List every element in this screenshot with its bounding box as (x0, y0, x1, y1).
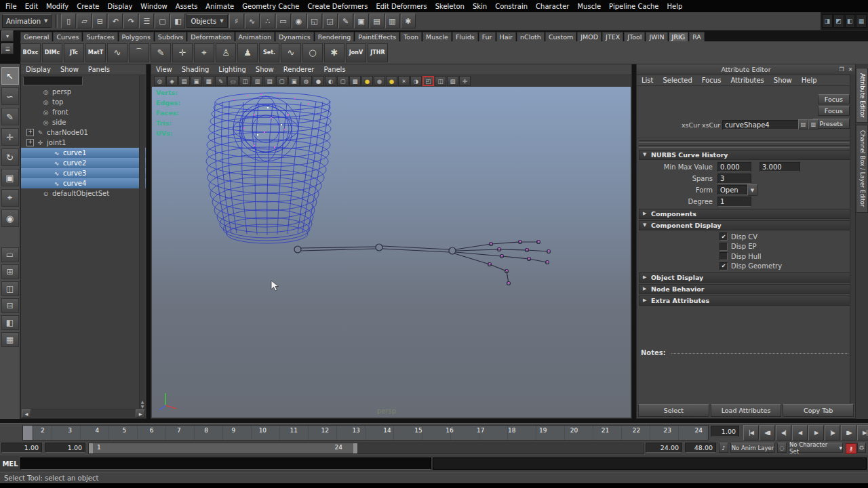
copy-tab-button[interactable]: Copy Tab (783, 404, 854, 417)
snap-to-point-icon[interactable]: ∴ (260, 14, 275, 28)
step-back-frame-button[interactable]: ◀▮ (760, 425, 775, 441)
go-to-start-button[interactable]: |◀ (743, 425, 759, 441)
shelf-tab[interactable]: Subdivs (155, 32, 186, 41)
layout-single-pane-icon[interactable]: ▭ (1, 247, 19, 262)
shelf-tab[interactable]: Fluids (452, 32, 478, 41)
restore-panel-icon[interactable]: ❐ (837, 65, 846, 73)
play-backwards-button[interactable]: ◀ (792, 425, 808, 441)
current-time-field[interactable]: 1.00 (711, 426, 739, 437)
form-dropdown[interactable]: Open (717, 185, 747, 195)
outliner-item[interactable]: + ✎ charNode01 (21, 127, 146, 138)
toggle-tool-settings-icon[interactable]: ◩ (833, 14, 844, 28)
attribute-editor-menu-item[interactable]: Focus (697, 77, 726, 84)
safe-action-icon[interactable]: ▢ (276, 76, 288, 86)
outliner-item[interactable]: + ⊙ defaultObjectSet (21, 188, 146, 199)
select-camera-icon[interactable]: ◎ (154, 76, 165, 86)
grease-pencil-icon[interactable]: ✎ (215, 76, 226, 86)
bounding-box-icon[interactable]: ▢ (337, 76, 349, 86)
shadows-icon[interactable]: ◑ (410, 76, 422, 86)
menu-item[interactable]: Modify (42, 1, 73, 12)
redo-icon[interactable]: ↷ (123, 14, 138, 28)
layout-four-pane-icon[interactable]: ⊞ (1, 264, 19, 279)
section-node-behavior[interactable]: Node Behavior (639, 284, 853, 294)
output-of-selected-icon[interactable]: ◲ (323, 14, 338, 28)
character-set-dropdown[interactable]: No Character Set▼ (789, 443, 843, 453)
lasso-tool-icon[interactable]: ∽ (1, 87, 19, 105)
shelf-matt-button[interactable]: MatT (85, 43, 106, 62)
expand-plus-icon[interactable]: + (26, 129, 34, 136)
menu-item[interactable]: Skin (469, 1, 491, 12)
animation-preferences-icon[interactable]: ⛭ (857, 443, 866, 453)
shelf-tab[interactable]: Fur (479, 32, 496, 41)
outliner-item[interactable]: + ◎ top (21, 97, 146, 107)
checkbox[interactable] (719, 262, 728, 270)
shelf-jtc-button[interactable]: JTc (64, 43, 84, 62)
shelf-cv-curve-icon[interactable]: ∿ (107, 43, 127, 62)
menu-item[interactable]: Create Deformers (303, 1, 372, 12)
render-current-frame-icon[interactable]: ▤ (370, 14, 384, 28)
select-by-object-type-icon[interactable]: ▢ (155, 14, 170, 28)
shelf-tab[interactable]: General (20, 32, 52, 41)
menu-item[interactable]: Muscle (573, 1, 605, 12)
shelf-jthr-button[interactable]: JTHR (368, 43, 388, 62)
toggle-channel-box-icon[interactable]: ◧ (845, 14, 856, 28)
section-component-display[interactable]: Component Display (639, 220, 853, 230)
shelf-curve-icon[interactable]: ∿ (281, 43, 301, 62)
current-frame-marker[interactable] (23, 426, 33, 440)
xray-icon[interactable]: ◫ (435, 76, 446, 86)
new-scene-icon[interactable]: ▯ (61, 14, 76, 28)
shelf-tab[interactable]: JMOD (577, 32, 601, 41)
snap-to-grid-icon[interactable]: ♯ (229, 14, 244, 28)
menu-item[interactable]: Create (73, 1, 103, 12)
outliner-menu-item[interactable]: Panels (83, 66, 115, 73)
close-panel-icon[interactable]: ✕ (846, 65, 854, 73)
shelf-dimc-button[interactable]: DIMc (42, 43, 62, 62)
image-plane-icon[interactable]: ▦ (203, 76, 214, 86)
outliner-item[interactable]: + ◎ front (21, 107, 146, 117)
checkbox[interactable] (719, 252, 728, 260)
shelf-tab[interactable]: Animation (235, 32, 275, 41)
shelf-joint-tool-icon[interactable]: ✛ (172, 43, 193, 62)
shelf-tab[interactable]: JTEX (602, 32, 623, 41)
paint-select-tool-icon[interactable]: ✎ (1, 108, 19, 125)
menu-item[interactable]: Skeleton (431, 1, 469, 12)
outliner-menu-item[interactable]: Display (21, 66, 56, 73)
min-value-field[interactable]: 0.000 (717, 162, 751, 172)
shelf-jonv-button[interactable]: JonV (346, 43, 366, 62)
smooth-shade-icon[interactable]: ● (313, 76, 324, 86)
go-to-end-button[interactable]: ▶| (857, 425, 868, 441)
field-chart-icon[interactable]: ▤ (264, 76, 275, 86)
select-button[interactable]: Select (638, 404, 709, 417)
command-line-input[interactable] (20, 458, 431, 470)
outliner-item[interactable]: + ✛ joint1 (21, 138, 146, 148)
outliner-item[interactable]: + ∿ curve4 (21, 178, 146, 188)
attribute-editor-scrollbar[interactable] (850, 75, 855, 403)
input-to-selected-icon[interactable]: ◱ (307, 14, 322, 28)
checkbox[interactable] (719, 232, 728, 241)
shelf-tab[interactable]: PaintEffects (355, 32, 399, 41)
menu-item[interactable]: Edit (21, 1, 42, 12)
disp-ep-checkbox[interactable]: Disp EP (637, 242, 855, 252)
shelf-tab[interactable]: JWIN (646, 32, 667, 41)
toggle-panel-layouts-icon[interactable]: ▦ (856, 14, 867, 28)
menu-item[interactable]: Assets (172, 1, 202, 12)
textured-ball-icon[interactable]: ● (386, 76, 397, 86)
menu-item[interactable]: Window (136, 1, 171, 12)
viewport-menu-item[interactable]: Panels (319, 66, 350, 73)
shelf-circle-icon[interactable]: ○ (302, 43, 323, 62)
selection-mask-selector[interactable]: Objects ▼ (186, 14, 227, 28)
shelf-ik-handle-icon[interactable]: ⌖ (194, 43, 214, 62)
command-line-mode-label[interactable]: MEL (0, 460, 20, 468)
scroll-right-icon[interactable]: ▶ (136, 409, 145, 418)
lock-camera-icon[interactable]: ◈ (166, 76, 178, 86)
default-material-icon[interactable]: ● (361, 76, 373, 86)
shelf-tab[interactable]: Dynamics (275, 32, 314, 41)
form-dropdown-arrow-icon[interactable]: ▼ (747, 184, 757, 196)
shelf-tab[interactable]: Muscle (422, 32, 452, 41)
attribute-editor-menu-item[interactable]: List (637, 77, 658, 84)
backface-culling-icon[interactable]: ▧ (447, 76, 458, 86)
node-tab-1[interactable]: xsCur (682, 121, 700, 129)
shelf-boxc-button[interactable]: BOxc (20, 43, 41, 62)
open-scene-icon[interactable]: ▱ (77, 14, 92, 28)
shelf-set-button[interactable]: Set. (259, 43, 279, 62)
